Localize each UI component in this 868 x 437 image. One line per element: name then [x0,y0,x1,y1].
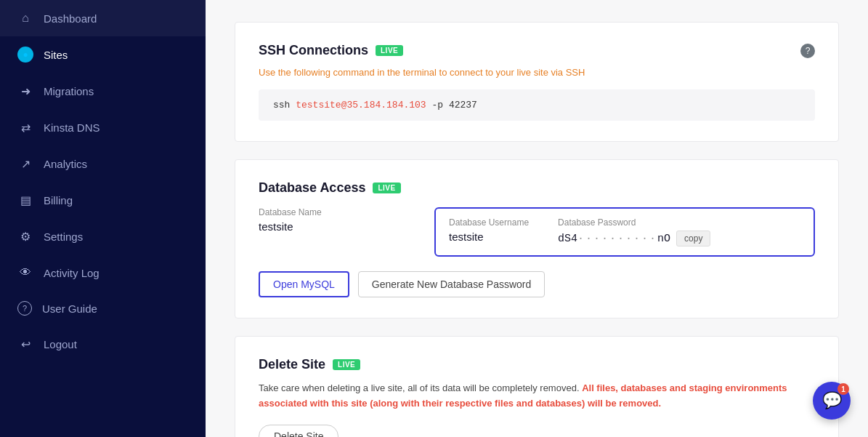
sidebar-item-settings[interactable]: ⚙ Settings [0,218,206,254]
sidebar-item-label: Billing [44,194,73,207]
delete-site-title: Delete Site [259,357,325,372]
database-fields: Database Name testsite Database Username… [259,207,815,257]
db-password-label: Database Password [558,217,710,228]
sidebar-item-kinsta-dns[interactable]: ⇄ Kinsta DNS [0,109,206,145]
ssh-section: SSH Connections LIVE ? Use the following… [235,22,839,142]
sidebar: ⌂ Dashboard ● Sites ➜ Migrations ⇄ Kinst… [0,0,206,437]
sites-icon: ● [17,47,33,63]
db-password-row: dS4··········nO copy [558,230,710,246]
sidebar-item-label: Migrations [44,85,94,97]
sidebar-item-label: Activity Log [44,267,100,279]
sidebar-item-dashboard[interactable]: ⌂ Dashboard [0,0,206,36]
sidebar-item-migrations[interactable]: ➜ Migrations [0,73,206,109]
db-username-group: Database Username testsite [449,217,529,246]
dashboard-icon: ⌂ [17,10,33,26]
logout-icon: ↩ [17,336,33,352]
sidebar-item-billing[interactable]: ▤ Billing [0,182,206,218]
main-content: SSH Connections LIVE ? Use the following… [206,0,868,437]
ssh-live-badge: LIVE [376,45,403,56]
sidebar-item-activity-log[interactable]: 👁 Activity Log [0,254,206,291]
db-username-value: testsite [449,230,529,243]
generate-password-button[interactable]: Generate New Database Password [358,271,545,297]
ssh-cmd-port: 42237 [449,100,477,111]
delete-site-live-badge: LIVE [333,359,360,370]
db-username-label: Database Username [449,217,529,228]
db-credentials-col: Database Username testsite Database Pass… [434,207,815,257]
sidebar-item-user-guide[interactable]: ? User Guide [0,291,206,326]
database-live-badge: LIVE [373,183,400,193]
ssh-cmd-flag: -p [426,100,449,111]
chat-badge: 1 [837,383,849,395]
database-header: Database Access LIVE [259,180,815,196]
db-name-label: Database Name [259,207,434,217]
ssh-header: SSH Connections LIVE ? [259,43,815,58]
activity-log-icon: 👁 [17,265,33,281]
ssh-warning: Use the following command in the termina… [259,67,815,78]
copy-password-button[interactable]: copy [676,230,710,246]
ssh-cmd-user: testsite@35.184.184.103 [296,100,426,111]
billing-icon: ▤ [17,192,33,208]
database-title: Database Access [259,180,365,196]
sidebar-item-logout[interactable]: ↩ Logout [0,326,206,362]
database-section: Database Access LIVE Database Name tests… [235,159,839,318]
db-name-col: Database Name testsite [259,207,434,257]
migrations-icon: ➜ [17,83,33,99]
delete-site-button[interactable]: Delete Site [259,425,338,437]
settings-icon: ⚙ [17,228,33,244]
sidebar-item-label: Settings [44,230,83,243]
chat-icon: 💬 [822,391,842,410]
ssh-help-icon[interactable]: ? [800,44,815,58]
sidebar-item-label: Kinsta DNS [44,121,100,134]
user-guide-icon: ? [17,301,32,316]
delete-site-warning: Take care when deleting a live site, all… [259,381,815,412]
delete-site-header: Delete Site LIVE [259,357,815,372]
db-name-value: testsite [259,220,434,233]
kinsta-dns-icon: ⇄ [17,119,33,135]
db-password-group: Database Password dS4··········nO copy [558,217,710,246]
sidebar-item-label: Logout [44,338,77,350]
sidebar-item-label: Sites [44,49,68,61]
sidebar-item-label: Analytics [44,158,87,170]
sidebar-item-label: User Guide [42,302,97,315]
ssh-title: SSH Connections [259,43,368,58]
sidebar-item-label: Dashboard [44,12,97,25]
chat-fab[interactable]: 💬 1 [813,382,851,420]
sidebar-item-analytics[interactable]: ↗ Analytics [0,145,206,182]
ssh-command-block: ssh testsite@35.184.184.103 -p 42237 [259,89,815,121]
sidebar-item-sites[interactable]: ● Sites [0,36,206,73]
ssh-cmd-prefix: ssh [273,100,296,111]
delete-site-section: Delete Site LIVE Take care when deleting… [235,336,839,437]
database-buttons: Open MySQL Generate New Database Passwor… [259,271,815,297]
db-password-value: dS4··········nO [558,233,670,245]
analytics-icon: ↗ [17,156,33,172]
open-mysql-button[interactable]: Open MySQL [259,271,349,297]
